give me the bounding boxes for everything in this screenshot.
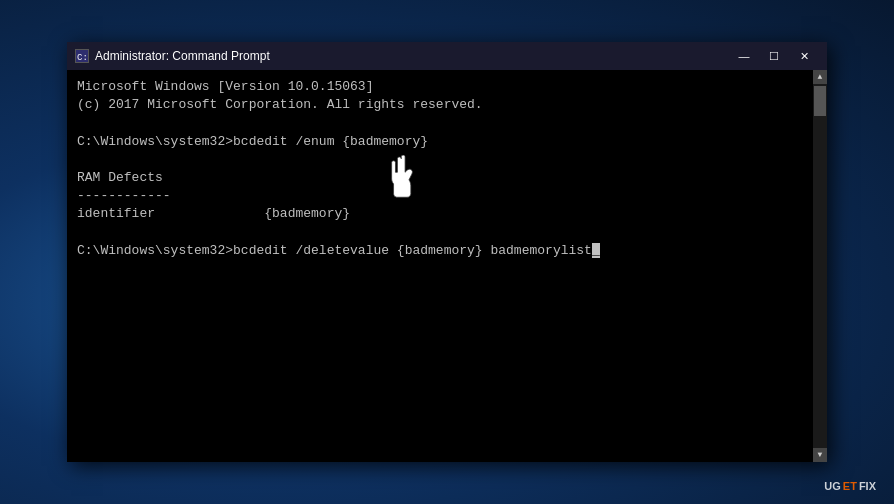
cmd-icon: C:\ (75, 49, 89, 63)
terminal-line-deletevalue: C:\Windows\system32>bcdedit /deletevalue… (77, 242, 817, 260)
window-controls: — ☐ ✕ (729, 42, 819, 70)
terminal-line: Microsoft Windows [Version 10.0.15063] (77, 78, 817, 96)
terminal-line: (c) 2017 Microsoft Corporation. All righ… (77, 96, 817, 114)
maximize-button[interactable]: ☐ (759, 42, 789, 70)
svg-text:C:\: C:\ (77, 53, 88, 62)
scrollbar[interactable]: ▲ ▼ (813, 70, 827, 462)
watermark-et: ET (843, 480, 857, 492)
scroll-down-arrow[interactable]: ▼ (813, 448, 827, 462)
command-prompt-window: C:\ Administrator: Command Prompt — ☐ ✕ … (67, 42, 827, 462)
terminal-line-identifier: identifier {badmemory} (77, 205, 817, 223)
watermark-fix: FIX (859, 480, 876, 492)
terminal-line-separator: ------------ (77, 187, 817, 205)
scroll-up-arrow[interactable]: ▲ (813, 70, 827, 84)
watermark-ug: UG (824, 480, 841, 492)
scrollbar-track (813, 84, 827, 448)
window-title: Administrator: Command Prompt (95, 49, 723, 63)
terminal-body[interactable]: Microsoft Windows [Version 10.0.15063] (… (67, 70, 827, 462)
terminal-line: C:\Windows\system32>bcdedit /enum {badme… (77, 133, 817, 151)
close-button[interactable]: ✕ (789, 42, 819, 70)
scrollbar-thumb[interactable] (814, 86, 826, 116)
watermark: UGETFIX (824, 480, 876, 492)
terminal-output: Microsoft Windows [Version 10.0.15063] (… (77, 78, 817, 260)
minimize-button[interactable]: — (729, 42, 759, 70)
terminal-line (77, 114, 817, 132)
title-bar: C:\ Administrator: Command Prompt — ☐ ✕ (67, 42, 827, 70)
terminal-line (77, 151, 817, 169)
terminal-line (77, 224, 817, 242)
terminal-line-ram-defects: RAM Defects (77, 169, 817, 187)
